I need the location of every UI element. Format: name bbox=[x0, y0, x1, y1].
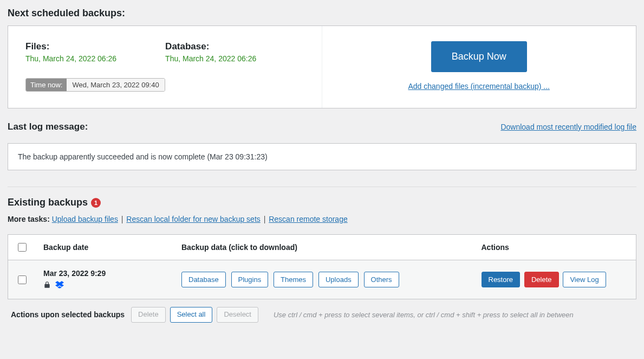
backup-date-cell: Mar 23, 2022 9:29 bbox=[36, 260, 174, 299]
section-divider bbox=[8, 187, 636, 187]
restore-button[interactable]: Restore bbox=[482, 272, 521, 288]
more-tasks-row: More tasks: Upload backup files | Rescan… bbox=[8, 215, 636, 223]
existing-backups-heading: Existing backups 1 bbox=[8, 197, 101, 208]
schedule-database-label: Database: bbox=[165, 41, 256, 52]
download-plugins-button[interactable]: Plugins bbox=[231, 272, 269, 288]
time-now-box: Time now: Wed, March 23, 2022 09:40 bbox=[25, 78, 165, 92]
more-tasks-label: More tasks: bbox=[8, 215, 50, 223]
download-log-link[interactable]: Download most recently modified log file bbox=[500, 123, 636, 131]
backup-date: Mar 23, 2022 9:29 bbox=[43, 269, 106, 278]
time-now-value: Wed, March 23, 2022 09:40 bbox=[67, 79, 164, 91]
bulk-delete-button[interactable]: Delete bbox=[131, 307, 166, 323]
schedule-panel: Files: Thu, March 24, 2022 06:26 Databas… bbox=[8, 25, 636, 108]
delete-button[interactable]: Delete bbox=[524, 272, 559, 288]
rescan-local-link[interactable]: Rescan local folder for new backup sets bbox=[126, 215, 260, 223]
separator: | bbox=[263, 215, 269, 223]
select-all-button[interactable]: Select all bbox=[170, 307, 213, 323]
existing-backups-count-badge: 1 bbox=[91, 198, 101, 208]
download-others-button[interactable]: Others bbox=[364, 272, 399, 288]
backup-icons bbox=[43, 281, 166, 290]
selected-actions-label: Actions upon selected backups bbox=[11, 310, 125, 319]
table-row: Mar 23, 2022 9:29 Database Plugins Theme… bbox=[8, 260, 636, 299]
schedule-files-label: Files: bbox=[25, 41, 116, 52]
selected-actions-row: Actions upon selected backups Delete Sel… bbox=[8, 299, 636, 323]
schedule-left: Files: Thu, March 24, 2022 06:26 Databas… bbox=[8, 26, 322, 108]
backup-data-cell: Database Plugins Themes Uploads Others bbox=[174, 260, 474, 299]
dropbox-icon bbox=[55, 281, 64, 290]
download-database-button[interactable]: Database bbox=[181, 272, 226, 288]
download-uploads-button[interactable]: Uploads bbox=[318, 272, 359, 288]
last-log-heading: Last log message: bbox=[8, 121, 88, 132]
incremental-backup-link[interactable]: Add changed files (incremental backup) .… bbox=[408, 82, 550, 91]
rescan-remote-link[interactable]: Rescan remote storage bbox=[269, 215, 348, 223]
last-log-message: The backup apparently succeeded and is n… bbox=[8, 143, 636, 170]
header-backup-data: Backup data (click to download) bbox=[174, 235, 474, 260]
selection-hint: Use ctrl / cmd + press to select several… bbox=[274, 311, 574, 319]
upload-backup-files-link[interactable]: Upload backup files bbox=[52, 215, 118, 223]
deselect-button[interactable]: Deselect bbox=[217, 307, 258, 323]
scheduled-backups-heading: Next scheduled backups: bbox=[8, 8, 636, 19]
schedule-database-col: Database: Thu, March 24, 2022 06:26 bbox=[165, 41, 256, 63]
schedule-right: Backup Now Add changed files (incrementa… bbox=[322, 26, 636, 108]
separator: | bbox=[120, 215, 127, 223]
header-backup-date: Backup date bbox=[36, 235, 174, 260]
view-log-button[interactable]: View Log bbox=[563, 272, 606, 288]
log-header: Last log message: Download most recently… bbox=[8, 121, 636, 138]
backup-now-button[interactable]: Backup Now bbox=[431, 41, 527, 72]
download-themes-button[interactable]: Themes bbox=[274, 272, 313, 288]
backups-table-header: Backup date Backup data (click to downlo… bbox=[8, 235, 636, 260]
schedule-files-col: Files: Thu, March 24, 2022 06:26 bbox=[25, 41, 116, 63]
actions-cell: Restore Delete View Log bbox=[474, 260, 636, 299]
existing-backups-label: Existing backups bbox=[8, 197, 88, 208]
row-checkbox[interactable] bbox=[18, 275, 27, 284]
row-checkbox-cell bbox=[8, 260, 36, 299]
lock-icon bbox=[43, 281, 51, 290]
header-actions: Actions bbox=[474, 235, 636, 260]
time-now-label: Time now: bbox=[26, 79, 67, 91]
select-all-checkbox[interactable] bbox=[18, 243, 27, 252]
schedule-database-time: Thu, March 24, 2022 06:26 bbox=[165, 54, 256, 63]
schedule-files-time: Thu, March 24, 2022 06:26 bbox=[25, 54, 116, 63]
header-checkbox-cell bbox=[8, 235, 36, 260]
backups-table: Backup date Backup data (click to downlo… bbox=[8, 234, 636, 299]
